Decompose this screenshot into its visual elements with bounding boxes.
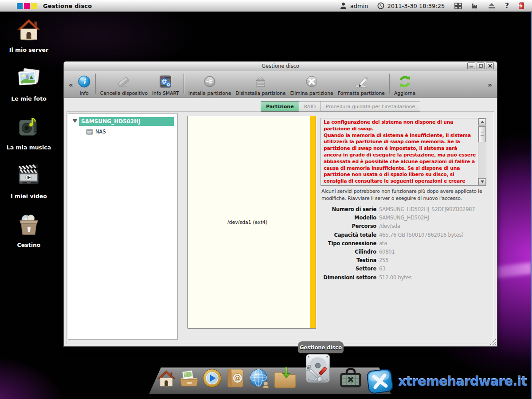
detail-label: Dimensioni settore [321,275,376,281]
detail-row: Testina255 [321,258,487,264]
eraser-icon [116,74,132,90]
info-icon: i [78,74,91,90]
warning-scrollbar[interactable] [478,118,486,185]
detail-value: 63 [379,266,385,272]
logo-square-yellow [31,3,37,9]
detail-label: Percorso [321,223,376,230]
desktop-icon-my-photos[interactable]: Le mie foto [4,66,54,102]
window-resize-grip[interactable] [490,339,496,345]
eject-icon[interactable] [487,2,496,10]
partition-used-stripe [310,116,316,328]
dock-browser-icon[interactable] [248,368,270,388]
video-icon [16,163,42,189]
dock-downloads-icon[interactable] [273,367,297,388]
detail-value: 465.76 GB (500107862016 bytes) [379,232,463,239]
close-button[interactable] [486,63,494,69]
brand-logo [17,3,37,9]
scroll-down-button[interactable] [478,178,486,185]
info-button[interactable]: i Info [75,72,93,96]
drive-icon [86,129,93,135]
detail-label: Numero di serie [321,207,376,213]
svg-text:@: @ [234,374,241,382]
window-title: Gestione disco [262,63,299,69]
detail-row: Numero di serieSAMSUNG_HD502HJ_S2DFJ9BZB… [321,207,487,213]
grid-windows-icon[interactable] [454,2,462,10]
detail-value: 255 [379,258,388,264]
detail-label: Testina [321,258,376,264]
partition-label: /dev/sda1 (ext4) [188,116,307,328]
erase-device-button[interactable]: Cancella dispositivo [98,72,150,96]
arrow-up-icon [481,121,484,123]
tree-node-disk[interactable]: SAMSUNG_HD502HJ [68,117,177,126]
clock-icon [376,2,385,10]
maximize-button[interactable] [477,63,485,69]
desktop-icon-label: La mia musica [4,144,54,151]
detail-value: ata [379,241,387,247]
detail-row: Cilindro60801 [321,249,487,255]
detail-value: SAMSUNG_HD502HJ_S2DFJ9BZB02987 [379,207,475,213]
toolbar-button-label: Info [79,90,88,96]
top-status-bar: Gestione disco admin 2011-3-30 18:39:25 … [0,0,532,12]
dock-contacts-icon[interactable]: @ [225,368,246,388]
tree-node-label: SAMSUNG_HD502HJ [79,117,174,126]
clock-indicator: 2011-3-30 18:39:25 [376,2,445,10]
install-partition-button[interactable]: Installa partizione [186,72,233,96]
detail-value: SAMSUNG_HD502HJ [379,215,429,221]
toolbar-button-label: Cancella dispositivo [100,90,148,96]
user-indicator[interactable]: admin [339,2,368,10]
toolbar-separator [95,74,96,94]
home-icon [16,17,42,43]
desktop-icon-trash[interactable]: Cestino [4,212,54,248]
toolbar-button-label: Installa partizione [188,90,231,96]
swap-warning-text: La configurazione del sistema non dispon… [321,118,478,185]
desktop-icon-label: I miei video [4,193,54,200]
uninstall-partition-button[interactable]: Disinstalla partizione [233,72,288,96]
minimize-button[interactable] [467,63,475,69]
toolbar-overflow-right[interactable]: » [485,81,494,89]
scrollbar-thumb[interactable] [478,126,486,142]
desktop-icon-my-music[interactable]: La mia musica [4,114,54,151]
format-partition-button[interactable]: Formatta partizione [336,72,387,96]
detail-label: Modello [321,215,376,221]
window-titlebar[interactable]: Gestione disco [64,62,497,70]
help-icon[interactable]: ? [505,2,509,10]
mount-icon [203,74,217,90]
dock-photo-tray-icon[interactable] [179,370,200,388]
desktop-icon-my-server[interactable]: Il mio server [4,17,54,53]
detail-row: Percorso/dev/sda [321,223,487,230]
datetime-text: 2011-3-30 18:39:25 [387,3,445,9]
dock-home-icon[interactable] [156,369,176,388]
tree-node-label: NAS [95,129,106,135]
detail-value: /dev/sda [379,223,400,230]
partition-map[interactable]: /dev/sda1 (ext4) [188,116,316,329]
devices-icon[interactable] [470,2,479,10]
desktop-icon-my-videos[interactable]: I miei video [4,163,54,200]
tree-expand-arrow-icon[interactable] [72,119,78,123]
toolbar-button-label: Disinstalla partizione [235,90,286,96]
device-tree-panel: SAMSUNG_HD502HJ NAS [68,113,178,340]
smart-info-button[interactable]: Info SMART [150,72,181,96]
toolbar-button-label: Formatta partizione [338,90,385,96]
photos-icon [16,66,42,91]
topbar-title: Gestione disco [43,3,92,9]
dock-disk-utility-icon[interactable] [300,353,336,390]
detail-label: Capacità totale [321,232,376,239]
refresh-button[interactable]: Aggiorna [392,72,418,96]
toolbar-overflow-left[interactable]: « [66,81,75,89]
tab-installation-wizard[interactable]: Procedura guidata per l'installazione [321,101,420,112]
detail-value: 60801 [379,249,395,255]
disk-management-window: Gestione disco « i Info Cancella disposi… [63,61,497,347]
tab-partizione[interactable]: Partizione [261,101,299,112]
scroll-up-button[interactable] [478,118,486,125]
logo-square-blue [17,3,23,9]
music-icon [16,114,42,140]
tree-node-volume[interactable]: NAS [86,129,106,135]
dock-toolbox-icon[interactable] [338,368,363,388]
tab-raid[interactable]: RAID [299,101,321,112]
logout-icon[interactable] [517,2,526,10]
dock-media-player-icon[interactable] [202,368,223,388]
detail-label: Cilindro [321,249,376,255]
detail-row: Tipo connessioneata [321,241,487,247]
refresh-icon [397,74,412,90]
delete-partition-button[interactable]: Elimina partizione [288,72,336,96]
